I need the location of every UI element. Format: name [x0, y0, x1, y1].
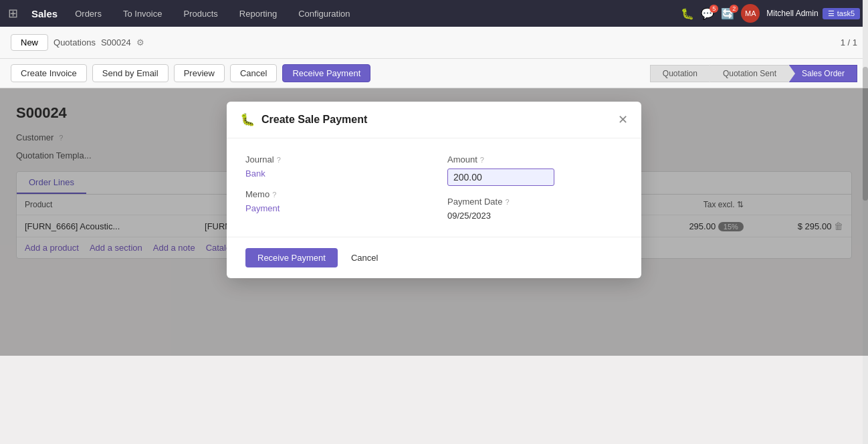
payment-date-help-icon: ? [505, 198, 509, 206]
modal-footer: Receive Payment Cancel [227, 237, 641, 278]
refresh-icon[interactable]: 🔄 2 [721, 7, 734, 20]
payment-date-label-row: Payment Date ? [447, 197, 623, 207]
nav-icons: 🐛 💬 5 🔄 2 MA Mitchell Admin ☰ task5 [681, 4, 860, 23]
memo-value[interactable]: Payment [245, 203, 421, 213]
breadcrumb: New Quotations S00024 ⚙ [11, 34, 144, 51]
payment-date-value[interactable]: 09/25/2023 [447, 211, 623, 221]
modal-bug-icon: 🐛 [240, 112, 255, 127]
send-by-email-button[interactable]: Send by Email [92, 64, 169, 82]
avatar[interactable]: MA [741, 4, 760, 23]
top-nav: ⊞ Sales Orders To Invoice Products Repor… [0, 0, 868, 27]
nav-brand: Sales [31, 8, 58, 19]
payment-date-field: Payment Date ? 09/25/2023 [447, 197, 623, 221]
apps-icon[interactable]: ⊞ [8, 6, 18, 21]
user-info: Mitchell Admin ☰ task5 [766, 8, 860, 19]
memo-help-icon: ? [272, 191, 276, 199]
modal-body: Journal ? Bank Memo ? Payment [227, 138, 641, 237]
breadcrumb-bar: New Quotations S00024 ⚙ 1 / 1 [0, 27, 868, 59]
journal-label: Journal [245, 154, 274, 164]
status-steps: Quotation Quotation Sent Sales Order [650, 65, 857, 82]
modal-title: Create Sale Payment [261, 114, 618, 126]
create-invoice-button[interactable]: Create Invoice [11, 64, 87, 82]
modal-header: 🐛 Create Sale Payment ✕ [227, 102, 641, 138]
user-name: Mitchell Admin [766, 9, 818, 18]
settings-icon[interactable]: ⚙ [136, 37, 144, 47]
record-navigation: 1 / 1 [841, 37, 857, 47]
task-badge[interactable]: ☰ task5 [823, 8, 860, 19]
breadcrumb-record-id: S00024 [101, 37, 131, 47]
cancel-button[interactable]: Cancel [230, 64, 277, 82]
step-sales-order[interactable]: Sales Order [789, 65, 857, 82]
main-content: S00024 Customer ? Quotation Templa... Or… [0, 88, 868, 356]
modal-close-button[interactable]: ✕ [618, 112, 628, 127]
breadcrumb-section[interactable]: Quotations [53, 37, 96, 47]
amount-label: Amount [447, 154, 477, 164]
journal-value[interactable]: Bank [245, 169, 421, 179]
receive-payment-button[interactable]: Receive Payment [282, 64, 370, 82]
chat-icon[interactable]: 💬 5 [701, 7, 714, 20]
amount-help-icon: ? [480, 156, 484, 164]
modal-receive-payment-button[interactable]: Receive Payment [245, 248, 338, 267]
nav-to-invoice[interactable]: To Invoice [119, 6, 167, 21]
bug-icon[interactable]: 🐛 [681, 7, 694, 20]
nav-orders[interactable]: Orders [71, 6, 106, 21]
journal-help-icon: ? [277, 156, 281, 164]
step-quotation-sent[interactable]: Quotation Sent [710, 65, 789, 82]
modal-cancel-button[interactable]: Cancel [344, 248, 385, 267]
nav-configuration[interactable]: Configuration [294, 6, 354, 21]
modal-grid: Journal ? Bank Memo ? Payment [245, 154, 623, 221]
amount-input[interactable] [447, 169, 554, 186]
journal-label-row: Journal ? [245, 154, 421, 164]
memo-field: Memo ? Payment [245, 189, 421, 213]
preview-button[interactable]: Preview [174, 64, 225, 82]
nav-products[interactable]: Products [179, 6, 221, 21]
payment-date-label: Payment Date [447, 197, 502, 207]
amount-label-row: Amount ? [447, 154, 623, 164]
refresh-badge: 2 [730, 5, 738, 13]
journal-field: Journal ? Bank [245, 154, 421, 179]
create-sale-payment-modal: 🐛 Create Sale Payment ✕ Journal ? Bank [227, 102, 641, 278]
memo-label-row: Memo ? [245, 189, 421, 199]
nav-reporting[interactable]: Reporting [235, 6, 281, 21]
new-button[interactable]: New [11, 34, 48, 51]
memo-label: Memo [245, 189, 269, 199]
modal-overlay: 🐛 Create Sale Payment ✕ Journal ? Bank [0, 88, 868, 356]
step-quotation[interactable]: Quotation [650, 65, 710, 82]
action-bar: Create Invoice Send by Email Preview Can… [0, 59, 868, 88]
task-label: task5 [837, 9, 855, 17]
chat-badge: 5 [710, 5, 718, 13]
modal-right-col: Amount ? Payment Date ? 09/25/2023 [447, 154, 623, 221]
amount-field: Amount ? [447, 154, 623, 186]
modal-left-col: Journal ? Bank Memo ? Payment [245, 154, 421, 221]
